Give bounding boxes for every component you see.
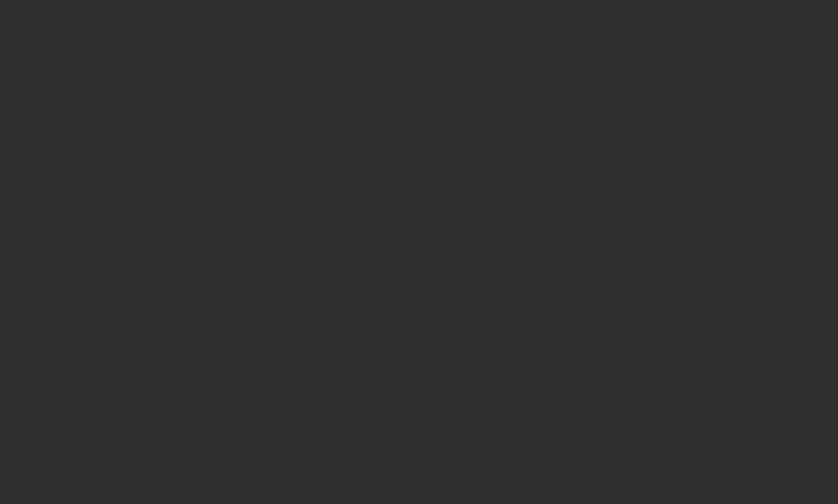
logic-pro-screen (0, 0, 838, 504)
